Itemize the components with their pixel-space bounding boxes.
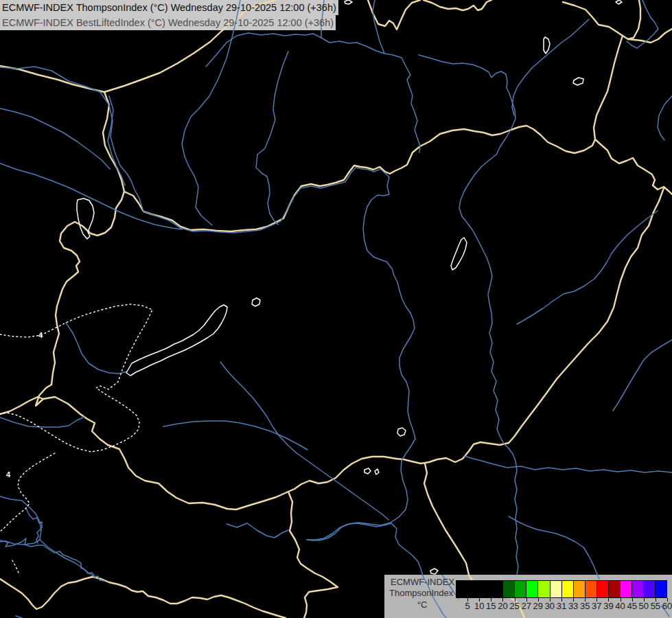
river-line xyxy=(26,508,42,543)
lake-balaton xyxy=(126,305,227,376)
river-line xyxy=(0,417,84,427)
colorbar-cell xyxy=(526,581,538,597)
colorbar-tick-label: 45 xyxy=(627,601,636,611)
river-line xyxy=(373,0,384,54)
contour-line xyxy=(0,304,152,452)
border-line xyxy=(288,492,338,618)
river-line xyxy=(163,421,308,450)
river-line xyxy=(464,456,672,472)
lake-small xyxy=(451,238,467,270)
river-line xyxy=(256,52,288,225)
colorbar-tick-label: 30 xyxy=(545,601,555,611)
colorbar-tick-label: 39 xyxy=(603,601,613,611)
colorbar-cell xyxy=(515,581,526,597)
river-line xyxy=(227,523,288,538)
river-line xyxy=(0,67,415,540)
river-line xyxy=(0,538,104,581)
colorbar-tick-label: 35 xyxy=(580,601,590,611)
lake-small xyxy=(397,428,406,436)
contour-lines-group xyxy=(0,304,152,573)
title-line-2: ECMWF-INDEX BestLiftedIndex (°C) Wednesd… xyxy=(0,15,334,30)
weather-map-canvas xyxy=(0,0,672,618)
contour-value-label: 4 xyxy=(6,470,10,479)
colorbar-cell xyxy=(456,581,468,597)
lake-small xyxy=(544,37,550,54)
river-line xyxy=(66,323,127,374)
colorbar-cell xyxy=(574,581,586,597)
colorbar-cell xyxy=(562,581,574,597)
border-line xyxy=(396,442,509,464)
colorbar-tick-label: 15 xyxy=(486,601,496,611)
border-line xyxy=(0,577,286,618)
colorbar-tick-label: 20 xyxy=(498,601,507,611)
border-line xyxy=(595,139,672,194)
lakes-group xyxy=(77,0,622,574)
colorbar-tick-label: 60 xyxy=(662,601,672,611)
colorbar-cell xyxy=(632,581,644,597)
colorbar-cell xyxy=(656,581,667,597)
lake-small xyxy=(375,469,379,474)
colorbar-tick-label: 10 xyxy=(474,601,484,611)
contour-line xyxy=(0,453,55,531)
colorbar-cell xyxy=(609,581,621,597)
colorbar-tick-label: 55 xyxy=(651,601,660,611)
weather-map-page: { "header": { "title_line1": "ECMWF-INDE… xyxy=(0,0,672,618)
colorbar-tick-label: 37 xyxy=(592,601,601,611)
border-line xyxy=(51,192,124,385)
colorbar-tick-label: 5 xyxy=(465,601,470,611)
border-line xyxy=(424,0,491,10)
colorbar-cell xyxy=(503,581,515,597)
colorbar-tick-label: 50 xyxy=(639,601,649,611)
colorbar-cell xyxy=(551,581,562,597)
rivers-group xyxy=(0,0,672,618)
lake-small xyxy=(430,569,438,574)
colorbar-cell xyxy=(491,581,503,597)
river-line xyxy=(512,19,589,115)
colorbar-tick-label: 29 xyxy=(533,601,543,611)
colorbar-tick-label: 40 xyxy=(615,601,625,611)
lake-small xyxy=(616,0,622,4)
colorbar-cell xyxy=(480,581,491,597)
colorbar-tick-label: 31 xyxy=(557,601,566,611)
colorbar xyxy=(456,580,667,598)
legend-parameter-label: ThompsonIndex xyxy=(389,588,453,598)
river-line xyxy=(307,523,423,575)
legend-panel: ECMWF-INDEX ThompsonIndex °C 51015202527… xyxy=(384,575,672,618)
lake-small xyxy=(364,468,371,474)
river-line xyxy=(517,211,658,324)
lake-small xyxy=(573,78,583,85)
river-line xyxy=(220,362,389,520)
colorbar-tick-label: 25 xyxy=(509,601,519,611)
river-line xyxy=(0,108,110,169)
title-line-1: ECMWF-INDEX ThompsonIndex (°C) Wednesday… xyxy=(0,0,336,15)
river-line xyxy=(182,0,240,225)
colorbar-cell xyxy=(586,581,597,597)
legend-unit-label: °C xyxy=(398,599,446,610)
contour-value-label: 4 xyxy=(38,331,43,339)
border-line xyxy=(36,385,396,510)
lake-small xyxy=(252,298,260,306)
colorbar-tick-label: 27 xyxy=(521,601,531,611)
colorbar-tick-label: 33 xyxy=(568,601,578,611)
river-line xyxy=(613,340,672,411)
contour-line xyxy=(12,560,19,573)
river-line xyxy=(0,496,41,545)
river-line xyxy=(509,516,599,579)
border-line xyxy=(594,36,623,139)
river-line xyxy=(0,163,182,229)
river-line xyxy=(206,33,420,152)
river-line xyxy=(658,96,672,140)
colorbar-cell xyxy=(597,581,609,597)
colorbar-cell xyxy=(644,581,656,597)
colorbar-cell xyxy=(468,581,480,597)
colorbar-cell xyxy=(621,581,632,597)
legend-product-label: ECMWF-INDEX xyxy=(391,577,454,587)
lake-small xyxy=(345,0,352,4)
colorbar-cell xyxy=(538,581,550,597)
